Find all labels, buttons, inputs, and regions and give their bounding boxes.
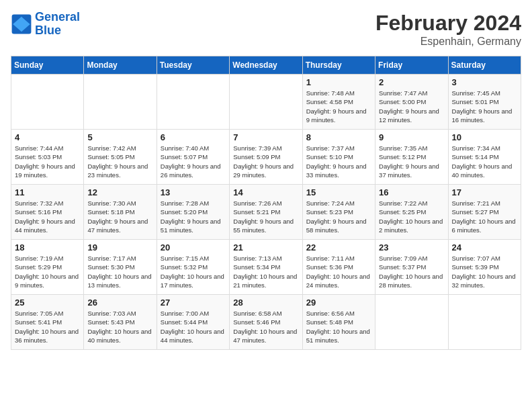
day-number: 15 <box>306 187 371 197</box>
calendar-cell: 18Sunrise: 7:19 AM Sunset: 5:29 PM Dayli… <box>11 240 84 295</box>
logo-line1: General <box>35 10 80 24</box>
day-number: 13 <box>161 187 226 197</box>
day-info: Sunrise: 7:05 AM Sunset: 5:41 PM Dayligh… <box>15 309 80 345</box>
week-row-3: 18Sunrise: 7:19 AM Sunset: 5:29 PM Dayli… <box>11 240 521 295</box>
day-info: Sunrise: 7:30 AM Sunset: 5:18 PM Dayligh… <box>87 199 152 234</box>
calendar-cell: 1Sunrise: 7:48 AM Sunset: 4:58 PM Daylig… <box>302 75 375 130</box>
week-row-0: 1Sunrise: 7:48 AM Sunset: 4:58 PM Daylig… <box>11 75 521 130</box>
logo-line2: Blue <box>35 24 61 37</box>
day-number: 29 <box>306 298 371 308</box>
calendar-cell: 14Sunrise: 7:26 AM Sunset: 5:21 PM Dayli… <box>230 185 302 240</box>
day-info: Sunrise: 7:40 AM Sunset: 5:07 PM Dayligh… <box>161 144 226 179</box>
day-number: 26 <box>87 298 152 308</box>
day-info: Sunrise: 7:15 AM Sunset: 5:32 PM Dayligh… <box>161 254 226 289</box>
day-number: 11 <box>15 187 80 197</box>
week-row-4: 25Sunrise: 7:05 AM Sunset: 5:41 PM Dayli… <box>11 295 521 350</box>
day-number: 12 <box>87 187 152 197</box>
day-info: Sunrise: 7:24 AM Sunset: 5:23 PM Dayligh… <box>306 199 371 234</box>
calendar-cell: 7Sunrise: 7:39 AM Sunset: 5:09 PM Daylig… <box>230 130 302 185</box>
calendar-header-row: SundayMondayTuesdayWednesdayThursdayFrid… <box>11 56 521 75</box>
calendar-cell: 6Sunrise: 7:40 AM Sunset: 5:07 PM Daylig… <box>157 130 229 185</box>
calendar-cell <box>375 295 448 350</box>
calendar-cell <box>84 75 157 130</box>
day-info: Sunrise: 6:56 AM Sunset: 5:48 PM Dayligh… <box>306 309 371 345</box>
header-wednesday: Wednesday <box>230 56 302 75</box>
calendar-cell: 4Sunrise: 7:44 AM Sunset: 5:03 PM Daylig… <box>11 130 84 185</box>
day-info: Sunrise: 7:32 AM Sunset: 5:16 PM Dayligh… <box>15 199 80 234</box>
day-number: 5 <box>87 132 152 142</box>
day-info: Sunrise: 7:11 AM Sunset: 5:36 PM Dayligh… <box>306 254 371 289</box>
calendar-cell: 19Sunrise: 7:17 AM Sunset: 5:30 PM Dayli… <box>84 240 157 295</box>
calendar-cell: 5Sunrise: 7:42 AM Sunset: 5:05 PM Daylig… <box>84 130 157 185</box>
logo-text: General Blue <box>35 11 80 38</box>
header: General Blue February 2024 Espenhain, Ge… <box>11 11 521 48</box>
calendar-cell: 22Sunrise: 7:11 AM Sunset: 5:36 PM Dayli… <box>302 240 375 295</box>
day-info: Sunrise: 6:58 AM Sunset: 5:46 PM Dayligh… <box>233 309 298 345</box>
week-row-1: 4Sunrise: 7:44 AM Sunset: 5:03 PM Daylig… <box>11 130 521 185</box>
week-row-2: 11Sunrise: 7:32 AM Sunset: 5:16 PM Dayli… <box>11 185 521 240</box>
calendar-cell: 10Sunrise: 7:34 AM Sunset: 5:14 PM Dayli… <box>448 130 521 185</box>
calendar-cell <box>157 75 229 130</box>
day-number: 25 <box>15 298 80 308</box>
day-info: Sunrise: 7:48 AM Sunset: 4:58 PM Dayligh… <box>306 89 371 124</box>
calendar-cell: 26Sunrise: 7:03 AM Sunset: 5:43 PM Dayli… <box>84 295 157 350</box>
calendar-cell: 9Sunrise: 7:35 AM Sunset: 5:12 PM Daylig… <box>375 130 448 185</box>
calendar-table: SundayMondayTuesdayWednesdayThursdayFrid… <box>11 56 521 350</box>
calendar-cell: 12Sunrise: 7:30 AM Sunset: 5:18 PM Dayli… <box>84 185 157 240</box>
day-number: 4 <box>15 132 80 142</box>
day-number: 16 <box>379 187 444 197</box>
day-number: 7 <box>233 132 298 142</box>
location-title: Espenhain, Germany <box>375 36 521 48</box>
calendar-cell: 29Sunrise: 6:56 AM Sunset: 5:48 PM Dayli… <box>302 295 375 350</box>
header-thursday: Thursday <box>302 56 375 75</box>
calendar-cell <box>11 75 84 130</box>
day-number: 3 <box>452 77 517 87</box>
day-number: 22 <box>306 242 371 253</box>
day-info: Sunrise: 7:19 AM Sunset: 5:29 PM Dayligh… <box>15 254 80 289</box>
day-number: 8 <box>306 132 371 142</box>
calendar-cell <box>448 295 521 350</box>
day-info: Sunrise: 7:13 AM Sunset: 5:34 PM Dayligh… <box>233 254 298 289</box>
calendar-cell: 25Sunrise: 7:05 AM Sunset: 5:41 PM Dayli… <box>11 295 84 350</box>
day-info: Sunrise: 7:47 AM Sunset: 5:00 PM Dayligh… <box>379 89 444 124</box>
day-number: 24 <box>452 242 517 253</box>
day-info: Sunrise: 7:17 AM Sunset: 5:30 PM Dayligh… <box>87 254 152 289</box>
calendar-cell: 15Sunrise: 7:24 AM Sunset: 5:23 PM Dayli… <box>302 185 375 240</box>
header-tuesday: Tuesday <box>157 56 229 75</box>
calendar-cell: 13Sunrise: 7:28 AM Sunset: 5:20 PM Dayli… <box>157 185 229 240</box>
day-number: 14 <box>233 187 298 197</box>
day-info: Sunrise: 7:03 AM Sunset: 5:43 PM Dayligh… <box>87 309 152 345</box>
day-number: 19 <box>87 242 152 253</box>
day-info: Sunrise: 7:35 AM Sunset: 5:12 PM Dayligh… <box>379 144 444 179</box>
calendar-cell: 2Sunrise: 7:47 AM Sunset: 5:00 PM Daylig… <box>375 75 448 130</box>
header-sunday: Sunday <box>11 56 84 75</box>
calendar-cell <box>230 75 302 130</box>
day-number: 6 <box>161 132 226 142</box>
day-info: Sunrise: 7:42 AM Sunset: 5:05 PM Dayligh… <box>87 144 152 179</box>
day-number: 10 <box>452 132 517 142</box>
calendar-cell: 17Sunrise: 7:21 AM Sunset: 5:27 PM Dayli… <box>448 185 521 240</box>
header-saturday: Saturday <box>448 56 521 75</box>
calendar-cell: 20Sunrise: 7:15 AM Sunset: 5:32 PM Dayli… <box>157 240 229 295</box>
logo-icon <box>11 13 32 35</box>
day-info: Sunrise: 7:21 AM Sunset: 5:27 PM Dayligh… <box>452 199 517 234</box>
day-info: Sunrise: 7:39 AM Sunset: 5:09 PM Dayligh… <box>233 144 298 179</box>
calendar-cell: 24Sunrise: 7:07 AM Sunset: 5:39 PM Dayli… <box>448 240 521 295</box>
calendar-cell: 27Sunrise: 7:00 AM Sunset: 5:44 PM Dayli… <box>157 295 229 350</box>
day-number: 21 <box>233 242 298 253</box>
calendar-cell: 16Sunrise: 7:22 AM Sunset: 5:25 PM Dayli… <box>375 185 448 240</box>
header-monday: Monday <box>84 56 157 75</box>
day-number: 28 <box>233 298 298 308</box>
day-number: 17 <box>452 187 517 197</box>
header-friday: Friday <box>375 56 448 75</box>
day-info: Sunrise: 7:45 AM Sunset: 5:01 PM Dayligh… <box>452 89 517 124</box>
calendar-cell: 3Sunrise: 7:45 AM Sunset: 5:01 PM Daylig… <box>448 75 521 130</box>
day-info: Sunrise: 7:07 AM Sunset: 5:39 PM Dayligh… <box>452 254 517 289</box>
calendar-cell: 8Sunrise: 7:37 AM Sunset: 5:10 PM Daylig… <box>302 130 375 185</box>
day-info: Sunrise: 7:09 AM Sunset: 5:37 PM Dayligh… <box>379 254 444 289</box>
day-number: 27 <box>161 298 226 308</box>
day-number: 23 <box>379 242 444 253</box>
calendar-cell: 23Sunrise: 7:09 AM Sunset: 5:37 PM Dayli… <box>375 240 448 295</box>
logo: General Blue <box>11 11 80 38</box>
month-title: February 2024 <box>375 11 521 36</box>
